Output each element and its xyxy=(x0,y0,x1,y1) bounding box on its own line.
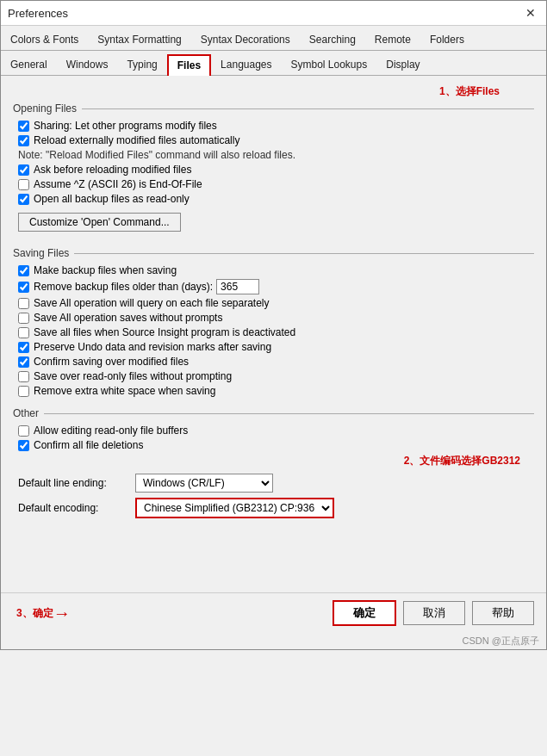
dialog-title: Preferences xyxy=(8,7,68,20)
content-area: 1、选择Files Opening Files Sharing: Let oth… xyxy=(1,76,546,592)
checkbox-confirm-deletions: Confirm all file deletions xyxy=(18,439,534,451)
checkbox-save-readonly-label: Save over read-only files without prompt… xyxy=(34,370,232,382)
checkbox-remove-whitespace-input[interactable] xyxy=(18,386,29,397)
tabs-row-2: General Windows Typing Files Languages S… xyxy=(1,51,546,76)
opening-files-header: Opening Files xyxy=(13,102,534,115)
checkbox-preserve-undo: Preserve Undo data and revision marks af… xyxy=(18,341,534,353)
tab-display[interactable]: Display xyxy=(376,54,429,75)
checkbox-preserve-undo-input[interactable] xyxy=(18,342,29,353)
opening-files-title: Opening Files xyxy=(13,102,77,115)
checkbox-assume-ctrl-z: Assume ^Z (ASCII 26) is End-Of-File xyxy=(18,178,534,190)
checkbox-remove-whitespace-label: Remove extra white space when saving xyxy=(34,385,215,397)
bottom-bar: 3、确定 → 确定 取消 帮助 xyxy=(1,592,546,633)
checkbox-save-readonly-input[interactable] xyxy=(18,371,29,382)
annotation-row-1: 1、选择Files xyxy=(13,84,534,99)
step2-label: 2、文件编码选择GB2312 xyxy=(404,454,520,468)
checkbox-save-all-no-prompts-label: Save All operation saves without prompts xyxy=(34,312,222,324)
checkbox-save-all-no-prompts-input[interactable] xyxy=(18,313,29,324)
title-bar: Preferences ✕ xyxy=(1,1,546,26)
checkbox-make-backup-label: Make backup files when saving xyxy=(34,264,177,276)
checkbox-remove-backup-input[interactable] xyxy=(18,282,29,293)
help-button[interactable]: 帮助 xyxy=(472,601,534,625)
checkbox-remove-backup: Remove backup files older than (days): xyxy=(18,279,534,294)
customize-open-button[interactable]: Customize 'Open' Command... xyxy=(18,213,181,232)
watermark: CSDN @正点原子 xyxy=(1,633,546,649)
checkbox-reload-external-input[interactable] xyxy=(18,135,29,146)
checkbox-ask-before-reloading-label: Ask before reloading modified files xyxy=(34,164,191,176)
saving-files-title: Saving Files xyxy=(13,247,69,259)
tab-folders[interactable]: Folders xyxy=(420,29,474,50)
checkbox-confirm-deletions-input[interactable] xyxy=(18,440,29,451)
cancel-button[interactable]: 取消 xyxy=(403,601,465,625)
other-line xyxy=(44,413,534,414)
tab-general[interactable]: General xyxy=(1,54,57,75)
tab-searching[interactable]: Searching xyxy=(300,29,365,50)
line-ending-select[interactable]: Windows (CR/LF) Unix (LF) Mac (CR) xyxy=(135,474,273,493)
encoding-select[interactable]: Chinese Simplified (GB2312) CP:936 UTF-8… xyxy=(135,498,334,518)
checkbox-sharing-input[interactable] xyxy=(18,121,29,132)
checkbox-assume-ctrl-z-label: Assume ^Z (ASCII 26) is End-Of-File xyxy=(34,178,202,190)
tab-typing[interactable]: Typing xyxy=(117,54,166,75)
checkbox-ask-before-reloading-input[interactable] xyxy=(18,164,29,176)
preferences-dialog: Preferences ✕ Colors & Fonts Syntax Form… xyxy=(0,0,547,650)
checkbox-allow-editing-readonly-input[interactable] xyxy=(18,425,29,437)
tab-syntax-formatting[interactable]: Syntax Formatting xyxy=(88,29,190,50)
tab-syntax-decorations[interactable]: Syntax Decorations xyxy=(191,29,300,50)
tab-windows[interactable]: Windows xyxy=(57,54,118,75)
checkbox-remove-backup-label: Remove backup files older than (days): xyxy=(34,281,213,293)
line-ending-label: Default line ending: xyxy=(18,477,130,489)
saving-files-line xyxy=(74,253,534,254)
encoding-row: Default encoding: Chinese Simplified (GB… xyxy=(18,498,534,518)
arrow-right-icon: → xyxy=(53,604,71,623)
tab-languages[interactable]: Languages xyxy=(211,54,281,75)
checkbox-remove-whitespace: Remove extra white space when saving xyxy=(18,385,534,397)
checkbox-confirm-saving-label: Confirm saving over modified files xyxy=(34,356,189,368)
checkbox-sharing-label: Sharing: Let other programs modify files xyxy=(34,120,217,132)
checkbox-confirm-deletions-label: Confirm all file deletions xyxy=(34,439,143,451)
tab-remote[interactable]: Remote xyxy=(365,29,420,50)
checkbox-reload-external: Reload externally modified files automat… xyxy=(18,134,534,146)
checkbox-confirm-saving: Confirm saving over modified files xyxy=(18,356,534,368)
checkbox-make-backup-input[interactable] xyxy=(18,265,29,276)
checkbox-save-deactivated-label: Save all files when Source Insight progr… xyxy=(34,326,295,338)
checkbox-preserve-undo-label: Preserve Undo data and revision marks af… xyxy=(34,341,271,353)
checkbox-make-backup: Make backup files when saving xyxy=(18,264,534,276)
checkbox-save-all-no-prompts: Save All operation saves without prompts xyxy=(18,312,534,324)
checkbox-save-all-query-input[interactable] xyxy=(18,298,29,309)
checkbox-open-backup: Open all backup files as read-only xyxy=(18,193,534,205)
other-title: Other xyxy=(13,407,39,419)
checkbox-ask-before-reloading: Ask before reloading modified files xyxy=(18,164,534,176)
checkbox-save-deactivated-input[interactable] xyxy=(18,327,29,338)
checkbox-reload-external-label: Reload externally modified files automat… xyxy=(34,134,239,146)
checkbox-confirm-saving-input[interactable] xyxy=(18,356,29,368)
other-section: Other Allow editing read-only file buffe… xyxy=(13,407,534,518)
step1-label: 1、选择Files xyxy=(439,84,500,99)
opening-files-line xyxy=(82,108,534,109)
checkbox-save-deactivated: Save all files when Source Insight progr… xyxy=(18,326,534,338)
checkbox-sharing: Sharing: Let other programs modify files xyxy=(18,120,534,132)
checkbox-save-readonly: Save over read-only files without prompt… xyxy=(18,370,534,382)
note-reload: Note: "Reload Modified Files" command wi… xyxy=(18,149,534,161)
bottom-annotation: 3、确定 → xyxy=(13,604,326,623)
tab-files[interactable]: Files xyxy=(167,54,211,76)
saving-files-section: Saving Files Make backup files when savi… xyxy=(13,247,534,397)
saving-files-header: Saving Files xyxy=(13,247,534,259)
checkbox-save-all-query-label: Save All operation will query on each fi… xyxy=(34,297,270,309)
tab-symbol-lookups[interactable]: Symbol Lookups xyxy=(282,54,377,75)
tab-colors-fonts[interactable]: Colors & Fonts xyxy=(1,29,88,50)
tabs-row-1: Colors & Fonts Syntax Formatting Syntax … xyxy=(1,26,546,51)
close-button[interactable]: ✕ xyxy=(522,6,539,20)
encoding-label: Default encoding: xyxy=(18,502,130,514)
confirm-button[interactable]: 确定 xyxy=(333,600,396,626)
checkbox-allow-editing-readonly-label: Allow editing read-only file buffers xyxy=(34,424,188,437)
checkbox-assume-ctrl-z-input[interactable] xyxy=(18,179,29,190)
annotation-row-2: 2、文件编码选择GB2312 xyxy=(13,454,534,468)
checkbox-open-backup-input[interactable] xyxy=(18,194,29,205)
checkbox-allow-editing-readonly: Allow editing read-only file buffers xyxy=(18,424,534,437)
backup-days-input[interactable] xyxy=(216,279,259,294)
opening-files-section: Opening Files Sharing: Let other program… xyxy=(13,102,534,237)
checkbox-open-backup-label: Open all backup files as read-only xyxy=(34,193,190,205)
step3-label: 3、确定 xyxy=(16,606,53,621)
checkbox-save-all-query: Save All operation will query on each fi… xyxy=(18,297,534,309)
other-header: Other xyxy=(13,407,534,419)
